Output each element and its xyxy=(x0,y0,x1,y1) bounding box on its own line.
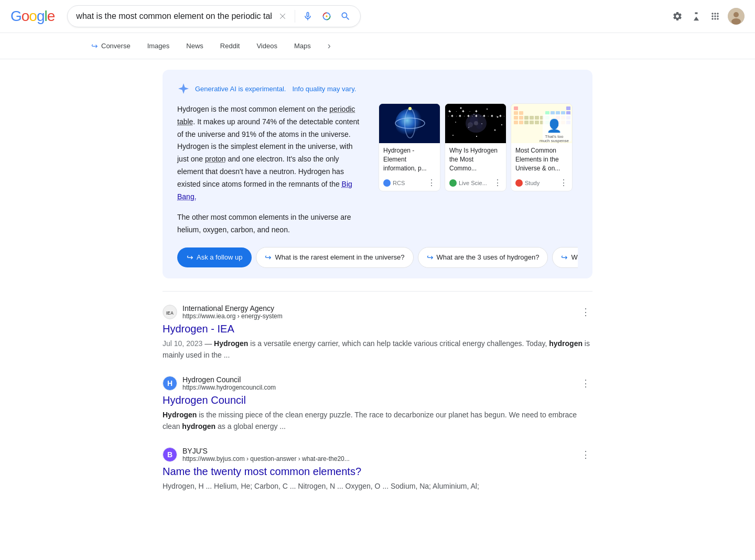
svg-rect-53 xyxy=(535,121,539,124)
result-url-iea: https://www.iea.org › energy-system xyxy=(182,313,574,320)
svg-point-21 xyxy=(476,136,477,137)
ai-answer-box: Generative AI is experimental. Info qual… xyxy=(163,70,592,278)
ai-label-experimental: Generative AI is experimental. xyxy=(195,85,286,93)
tab-maps[interactable]: Maps xyxy=(287,37,318,55)
svg-point-22 xyxy=(501,124,502,125)
svg-rect-29 xyxy=(514,106,518,110)
apps-button[interactable] xyxy=(709,10,721,23)
source-dot-2 xyxy=(449,179,457,187)
ai-image-card-1[interactable]: Hydrogen - Element information, p... RCS… xyxy=(379,103,440,191)
result-item-byjus: B BYJU'S https://www.byjus.com › questio… xyxy=(163,447,592,492)
google-logo[interactable]: Google xyxy=(10,8,55,25)
tab-reddit[interactable]: Reddit xyxy=(213,37,247,55)
svg-rect-42 xyxy=(535,116,539,120)
tab-maps-label: Maps xyxy=(294,42,311,50)
svg-point-15 xyxy=(497,116,499,118)
source-dot-1 xyxy=(383,179,391,187)
svg-rect-35 xyxy=(556,111,560,115)
tab-images[interactable]: Images xyxy=(140,37,177,55)
svg-rect-50 xyxy=(519,121,523,124)
ask-followup-label: Ask a follow up xyxy=(197,253,242,261)
svg-point-19 xyxy=(494,130,496,131)
result-source-name-iea: International Energy Agency xyxy=(182,304,574,313)
image-menu-3[interactable]: ⋮ xyxy=(559,178,568,188)
svg-point-26 xyxy=(468,122,473,127)
ai-image-card-3[interactable]: 👤 That's too much suspense Most Common E… xyxy=(511,103,573,191)
svg-point-14 xyxy=(487,109,488,110)
ai-image-thumb-2 xyxy=(445,104,506,143)
ai-image-card-2[interactable]: Why Is Hydrogen the Most Commo... Live S… xyxy=(445,103,506,191)
search-icons xyxy=(277,10,352,23)
tab-videos[interactable]: Videos xyxy=(249,37,285,55)
settings-button[interactable] xyxy=(671,10,684,23)
clear-button[interactable] xyxy=(277,10,288,22)
tab-more[interactable]: › xyxy=(320,35,338,57)
svg-rect-32 xyxy=(519,111,523,115)
svg-rect-34 xyxy=(551,111,555,115)
mic-button[interactable] xyxy=(301,10,314,23)
tab-converse-label: Converse xyxy=(101,42,131,50)
suggestion-label-3: What are the 3 m... xyxy=(571,253,578,261)
result-url-byjus: https://www.byjus.com › question-answer … xyxy=(182,455,574,462)
section-divider xyxy=(163,291,592,292)
image-menu-1[interactable]: ⋮ xyxy=(427,178,436,188)
result-title-iea[interactable]: Hydrogen - IEA xyxy=(163,323,234,335)
tab-reddit-label: Reddit xyxy=(220,42,240,50)
followup-bar: ↪ Ask a follow up ↪ What is the rarest e… xyxy=(177,247,578,268)
image-menu-2[interactable]: ⋮ xyxy=(493,178,502,188)
svg-rect-52 xyxy=(530,121,534,124)
svg-rect-40 xyxy=(524,116,528,120)
result-source-hcouncil: H Hydrogen Council https://www.hydrogenc… xyxy=(163,375,592,391)
svg-text:👤: 👤 xyxy=(546,118,562,133)
ai-label-quality: Info quality may vary. xyxy=(292,85,356,93)
result-snippet-byjus: Hydrogen, H ... Helium, He; Carbon, C ..… xyxy=(163,480,592,492)
labs-button[interactable] xyxy=(690,10,703,23)
avatar[interactable] xyxy=(728,8,745,25)
result-source-info-iea: International Energy Agency https://www.… xyxy=(182,304,574,320)
svg-rect-31 xyxy=(514,111,518,115)
suggestion-3[interactable]: ↪ What are the 3 m... xyxy=(552,247,578,268)
search-bar[interactable] xyxy=(67,5,361,27)
tab-converse[interactable]: ↪ Converse xyxy=(84,36,138,56)
result-snippet-hcouncil: Hydrogen is the missing piece of the cle… xyxy=(163,409,592,432)
lens-button[interactable] xyxy=(320,10,333,23)
result-title-byjus[interactable]: Name the twenty most common elements? xyxy=(163,466,361,477)
svg-rect-51 xyxy=(524,121,528,124)
search-button[interactable] xyxy=(339,10,352,23)
proton-link[interactable]: proton xyxy=(205,155,226,163)
suggestion-icon-1: ↪ xyxy=(265,253,272,262)
ai-paragraph1: Hydrogen is the most common element on t… xyxy=(177,103,366,203)
svg-point-12 xyxy=(460,107,462,109)
svg-rect-49 xyxy=(514,121,518,124)
svg-point-16 xyxy=(455,122,456,123)
svg-text:much suspense: much suspense xyxy=(540,138,569,143)
svg-text:IEA: IEA xyxy=(166,310,174,316)
result-menu-iea[interactable]: ⋮ xyxy=(579,304,592,320)
suggestion-icon-3: ↪ xyxy=(561,253,568,262)
suggestion-2[interactable]: ↪ What are the 3 uses of hydrogen? xyxy=(418,247,548,268)
result-source-name-hcouncil: Hydrogen Council xyxy=(182,375,574,384)
ask-followup-button[interactable]: ↪ Ask a follow up xyxy=(177,247,252,267)
svg-point-27 xyxy=(474,121,478,125)
svg-point-4 xyxy=(731,18,741,25)
suggestion-1[interactable]: ↪ What is the rarest element in the univ… xyxy=(256,247,413,268)
header: Google xyxy=(0,0,755,33)
search-input[interactable] xyxy=(76,12,272,21)
ai-image-thumb-1 xyxy=(379,104,440,143)
result-menu-hcouncil[interactable]: ⋮ xyxy=(579,375,592,391)
ai-image-source-3: Study ⋮ xyxy=(511,176,572,191)
result-title-hcouncil[interactable]: Hydrogen Council xyxy=(163,394,246,406)
result-item-hcouncil: H Hydrogen Council https://www.hydrogenc… xyxy=(163,375,592,432)
result-source-info-hcouncil: Hydrogen Council https://www.hydrogencou… xyxy=(182,375,574,391)
tab-news[interactable]: News xyxy=(179,37,211,55)
ai-image-thumb-3: 👤 That's too much suspense xyxy=(511,104,573,143)
result-favicon-iea: IEA xyxy=(163,305,177,319)
svg-rect-36 xyxy=(561,111,565,115)
ai-header: Generative AI is experimental. Info qual… xyxy=(177,82,578,95)
svg-point-6 xyxy=(395,109,425,138)
svg-point-11 xyxy=(450,111,451,112)
result-menu-byjus[interactable]: ⋮ xyxy=(579,447,592,462)
svg-rect-38 xyxy=(514,116,518,120)
ai-image-label-2: Why Is Hydrogen the Most Commo... xyxy=(445,143,506,176)
ai-icon xyxy=(177,82,190,95)
